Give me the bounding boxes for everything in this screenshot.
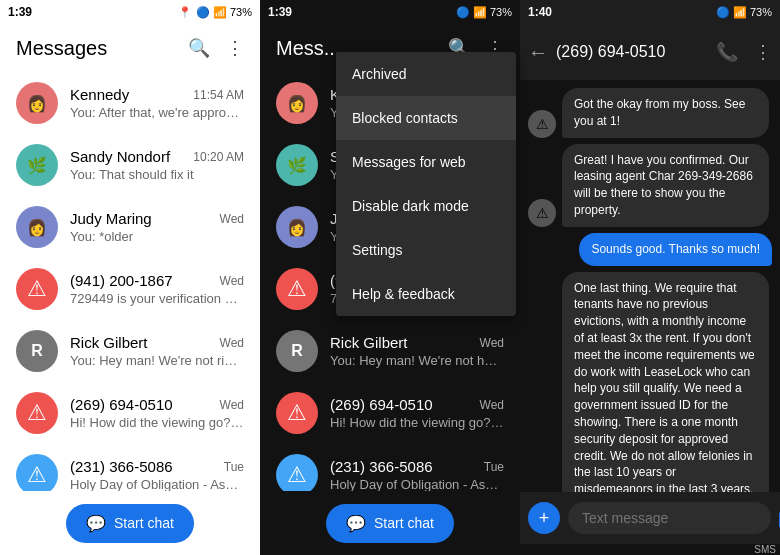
contact-top: Rick Gilbert Wed — [330, 334, 504, 351]
start-chat-button[interactable]: 💬 Start chat — [66, 504, 194, 543]
time-3: 1:40 — [528, 5, 552, 19]
status-bar-3: 1:40 🔵 📶 73% — [520, 0, 780, 24]
list-item[interactable]: ⚠ (269) 694-0510 Wed Hi! How did the vie… — [260, 382, 520, 444]
header-icons-1: 🔍 ⋮ — [188, 37, 244, 59]
list-item[interactable]: ⚠ (231) 366-5086 Tue Holy Day of Obligat… — [0, 444, 260, 491]
message-bubble: Got the okay from my boss. See you at 1! — [562, 88, 769, 138]
message-bubble: Great! I have you confirmed. Our leasing… — [562, 144, 769, 227]
add-button[interactable]: + — [528, 502, 560, 534]
sms-label: SMS — [520, 544, 780, 555]
message-row: Sounds good. Thanks so much! — [528, 233, 772, 266]
list-item[interactable]: ⚠ (941) 200-1867 Wed 729449 is your veri… — [0, 258, 260, 320]
contact-time: Wed — [220, 274, 244, 288]
messages-area: ⚠ Got the okay from my boss. See you at … — [520, 80, 780, 492]
contact-info: (269) 694-0510 Wed Hi! How did the viewi… — [70, 396, 244, 430]
bottom-bar-1: 💬 Start chat — [0, 491, 260, 555]
message-row: ⚠ Great! I have you confirmed. Our leasi… — [528, 144, 772, 227]
time-1: 1:39 — [8, 5, 32, 19]
avatar: 🌿 — [276, 144, 318, 186]
dropdown-menu: Archived Blocked contacts Messages for w… — [336, 52, 516, 316]
status-bar-1: 1:39 📍 🔵 📶 73% — [0, 0, 260, 24]
contact-top: Sandy Nondorf 10:20 AM — [70, 148, 244, 165]
contact-preview: Hi! How did the viewing go? Here's the l… — [70, 415, 244, 430]
contact-name: (269) 694-0510 — [330, 396, 433, 413]
avatar: ⚠ — [276, 392, 318, 434]
signal-icons: 🔵 📶 73% — [196, 6, 252, 19]
menu-item-web-messages[interactable]: Messages for web — [336, 140, 516, 184]
contact-preview: Holy Day of Obligation - Assumption of t… — [330, 477, 504, 491]
contact-top: (269) 694-0510 Wed — [330, 396, 504, 413]
list-item[interactable]: R Rick Gilbert Wed You: Hey man! We're n… — [260, 320, 520, 382]
chat-bubble-icon-2: 💬 — [346, 514, 366, 533]
contact-info: (269) 694-0510 Wed Hi! How did the viewi… — [330, 396, 504, 430]
more-icon[interactable]: ⋮ — [226, 37, 244, 59]
app-title-2: Mess... — [276, 37, 340, 60]
contact-name: (231) 366-5086 — [330, 458, 433, 475]
location-icon-2: 🔵 📶 73% — [456, 6, 512, 19]
contact-name: Kennedy — [70, 86, 129, 103]
location-icon: 📍 — [178, 6, 192, 19]
contact-time: Wed — [220, 212, 244, 226]
contact-name: Rick Gilbert — [330, 334, 408, 351]
menu-item-archived[interactable]: Archived — [336, 52, 516, 96]
list-item[interactable]: R Rick Gilbert Wed You: Hey man! We're n… — [0, 320, 260, 382]
contact-top: (941) 200-1867 Wed — [70, 272, 244, 289]
search-icon[interactable]: 🔍 — [188, 37, 210, 59]
contact-time: 11:54 AM — [193, 88, 244, 102]
list-item[interactable]: 👩 Judy Maring Wed You: *older — [0, 196, 260, 258]
list-item[interactable]: ⚠ (231) 366-5086 Tue Holy Day of Obligat… — [260, 444, 520, 491]
phone-icon[interactable]: 📞 — [716, 41, 738, 63]
list-item[interactable]: 🌿 Sandy Nondorf 10:20 AM You: That shoul… — [0, 134, 260, 196]
avatar: ⚠ — [16, 392, 58, 434]
list-item[interactable]: ⚠ (269) 694-0510 Wed Hi! How did the vie… — [0, 382, 260, 444]
message-row: ⚠ Got the okay from my boss. See you at … — [528, 88, 772, 138]
status-icons-1: 📍 🔵 📶 73% — [178, 6, 252, 19]
chat-panel: 1:40 🔵 📶 73% ← (269) 694-0510 📞 ⋮ ⚠ Got … — [520, 0, 780, 555]
contact-time: 10:20 AM — [193, 150, 244, 164]
chat-bubble-icon: 💬 — [86, 514, 106, 533]
avatar: 👩 — [16, 206, 58, 248]
bottom-bar-2: 💬 Start chat — [260, 491, 520, 555]
contact-info: Sandy Nondorf 10:20 AM You: That should … — [70, 148, 244, 182]
sender-avatar: ⚠ — [528, 110, 556, 138]
avatar: ⚠ — [276, 268, 318, 310]
contact-preview: Holy Day of Obligation - Assumption of t… — [70, 477, 244, 491]
contact-top: Rick Gilbert Wed — [70, 334, 244, 351]
menu-item-dark-mode[interactable]: Disable dark mode — [336, 184, 516, 228]
contact-info: (231) 366-5086 Tue Holy Day of Obligatio… — [330, 458, 504, 491]
more-options-icon[interactable]: ⋮ — [754, 41, 772, 63]
contact-preview: You: That should fix it — [70, 167, 244, 182]
messages-panel-dark: 1:39 🔵 📶 73% Mess... 🔍 ⋮ 👩 Kennedy 11:54… — [260, 0, 520, 555]
avatar: R — [16, 330, 58, 372]
message-input[interactable] — [568, 502, 771, 534]
menu-item-blocked[interactable]: Blocked contacts — [336, 96, 516, 140]
avatar: 👩 — [16, 82, 58, 124]
avatar: 👩 — [276, 206, 318, 248]
avatar: ⚠ — [16, 454, 58, 491]
contact-preview: You: *older — [70, 229, 244, 244]
chat-header-icons: 📞 ⋮ — [716, 41, 772, 63]
menu-item-settings[interactable]: Settings — [336, 228, 516, 272]
contact-name: (941) 200-1867 — [70, 272, 173, 289]
back-button[interactable]: ← — [528, 41, 548, 64]
start-chat-label: Start chat — [114, 515, 174, 531]
contact-info: Rick Gilbert Wed You: Hey man! We're not… — [70, 334, 244, 368]
contact-top: Kennedy 11:54 AM — [70, 86, 244, 103]
contact-preview: You: Hey man! We're not home right now b… — [330, 353, 504, 368]
chat-header: ← (269) 694-0510 📞 ⋮ — [520, 24, 780, 80]
contact-info: Judy Maring Wed You: *older — [70, 210, 244, 244]
list-item[interactable]: 👩 Kennedy 11:54 AM You: After that, we'r… — [0, 72, 260, 134]
message-bubble: One last thing. We require that tenants … — [562, 272, 769, 492]
contact-time: Wed — [480, 398, 504, 412]
start-chat-button-2[interactable]: 💬 Start chat — [326, 504, 454, 543]
chat-input-area: + ▶ — [520, 492, 780, 544]
contact-info: (231) 366-5086 Tue Holy Day of Obligatio… — [70, 458, 244, 491]
app-title-1: Messages — [16, 37, 107, 60]
contact-time: Tue — [224, 460, 244, 474]
avatar: ⚠ — [16, 268, 58, 310]
menu-item-help[interactable]: Help & feedback — [336, 272, 516, 316]
contact-preview: Hi! How did the viewing go? Here's the l… — [330, 415, 504, 430]
status-bar-2: 1:39 🔵 📶 73% — [260, 0, 520, 24]
contact-list-1: 👩 Kennedy 11:54 AM You: After that, we'r… — [0, 72, 260, 491]
avatar: R — [276, 330, 318, 372]
